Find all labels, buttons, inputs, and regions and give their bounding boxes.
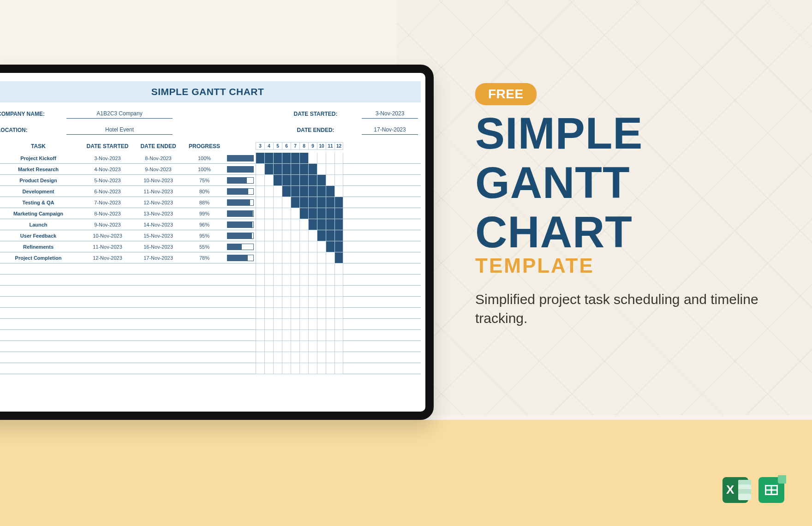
gantt-cell (273, 175, 282, 186)
date-ended-value: 17-Nov-2023 (362, 125, 418, 135)
company-value: A1B2C3 Company (66, 109, 173, 119)
gantt-cell (256, 164, 264, 175)
gantt-cell (273, 153, 282, 164)
table-row: Testing & QA7-Nov-202312-Nov-202388% (0, 197, 421, 208)
gantt-cell (273, 186, 282, 197)
table-row: Launch9-Nov-202314-Nov-202396% (0, 219, 421, 230)
gantt-cell (291, 175, 299, 186)
gantt-cell (256, 241, 264, 252)
gantt-cell (326, 175, 334, 186)
table-row (0, 352, 421, 363)
gantt-cell (256, 219, 264, 230)
task-progress: 95% (184, 233, 225, 239)
table-row: Product Design5-Nov-202310-Nov-202375% (0, 175, 421, 186)
gantt-cell (308, 186, 317, 197)
task-name: Launch (0, 222, 82, 227)
gantt-cell (299, 208, 308, 219)
gantt-cell (273, 230, 282, 241)
table-row: Project Completion12-Nov-202317-Nov-2023… (0, 252, 421, 263)
gantt-cell (334, 230, 343, 241)
gantt-cell (291, 230, 299, 241)
task-start: 3-Nov-2023 (82, 155, 133, 161)
task-start: 10-Nov-2023 (82, 233, 133, 239)
gantt-cell (334, 153, 343, 164)
date-ended-label: DATE ENDED: (274, 127, 357, 133)
gantt-cell (264, 208, 273, 219)
gantt-cell (299, 153, 308, 164)
gantt-row (256, 186, 421, 197)
progress-bar (227, 233, 254, 239)
task-name: Project Kickoff (0, 155, 82, 161)
gantt-cell (264, 219, 273, 230)
table-row (0, 341, 421, 352)
gantt-cell (256, 208, 264, 219)
gantt-day: 10 (317, 142, 326, 150)
gantt-day-header: 3456789101112 (256, 142, 421, 150)
task-progress: 100% (184, 167, 225, 172)
gantt-cell (256, 175, 264, 186)
gantt-cell (291, 241, 299, 252)
task-name: Refinements (0, 244, 82, 250)
gantt-cell (282, 208, 291, 219)
gantt-cell (291, 164, 299, 175)
description: Simplified project task scheduling and t… (475, 290, 761, 328)
gantt-day: 12 (334, 142, 343, 150)
gantt-cell (264, 175, 273, 186)
task-progress: 75% (184, 178, 225, 183)
table-row (0, 263, 421, 275)
gantt-cell (264, 186, 273, 197)
header-date-started: DATE STARTED (82, 143, 133, 149)
gantt-cell (308, 219, 317, 230)
gantt-cell (291, 208, 299, 219)
task-end: 9-Nov-2023 (133, 167, 184, 172)
gantt-cell (282, 153, 291, 164)
gantt-cell (264, 252, 273, 263)
gantt-cell (334, 197, 343, 208)
table-row: Marketing Campaign8-Nov-202313-Nov-20239… (0, 208, 421, 219)
gantt-cell (308, 208, 317, 219)
task-start: 8-Nov-2023 (82, 211, 133, 216)
gantt-cell (317, 252, 326, 263)
title-line-3: CHART (475, 210, 770, 253)
task-end: 10-Nov-2023 (133, 178, 184, 183)
task-progress: 99% (184, 211, 225, 216)
app-icons: X (722, 477, 784, 503)
gantt-row (256, 164, 421, 175)
gantt-cell (334, 186, 343, 197)
table-row: Market Research4-Nov-20239-Nov-2023100% (0, 164, 421, 175)
gantt-cell (317, 164, 326, 175)
gantt-cell (273, 252, 282, 263)
gantt-cell (308, 164, 317, 175)
gantt-cell (282, 219, 291, 230)
task-name: Product Design (0, 178, 82, 183)
gantt-cell (326, 153, 334, 164)
gantt-cell (273, 219, 282, 230)
gantt-cell (334, 164, 343, 175)
gantt-cell (291, 252, 299, 263)
gantt-cell (264, 241, 273, 252)
gantt-day: 11 (326, 142, 334, 150)
gantt-row (256, 208, 421, 219)
table-row (0, 363, 421, 374)
gantt-cell (256, 186, 264, 197)
gantt-cell (264, 164, 273, 175)
gantt-cell (326, 230, 334, 241)
gantt-cell (282, 164, 291, 175)
header-date-ended: DATE ENDED (133, 143, 184, 149)
gantt-cell (282, 175, 291, 186)
free-badge: FREE (475, 83, 537, 105)
table-body: Project Kickoff3-Nov-20238-Nov-2023100%M… (0, 153, 421, 263)
table-header: TASK DATE STARTED DATE ENDED PROGRESS 34… (0, 139, 421, 153)
gantt-cell (273, 197, 282, 208)
table-row: User Feedback10-Nov-202315-Nov-202395% (0, 230, 421, 241)
gantt-cell (264, 153, 273, 164)
task-progress: 100% (184, 155, 225, 161)
gantt-cell (256, 230, 264, 241)
progress-bar (227, 188, 254, 195)
gantt-cell (308, 241, 317, 252)
gantt-row (256, 153, 421, 164)
meta-row-1: COMPANY NAME: A1B2C3 Company DATE STARTE… (0, 109, 418, 119)
gantt-cell (282, 197, 291, 208)
location-label: LOCATION: (0, 127, 62, 133)
task-progress: 96% (184, 222, 225, 227)
